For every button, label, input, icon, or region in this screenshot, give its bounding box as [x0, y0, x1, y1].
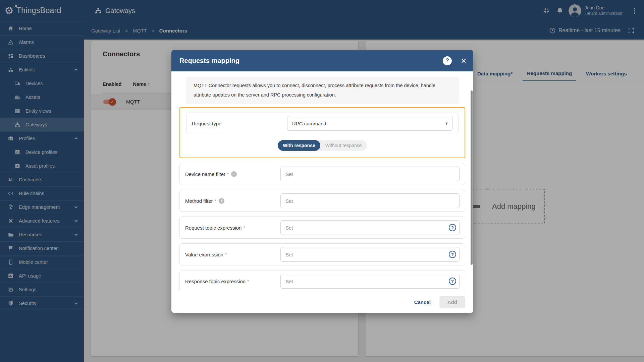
dialog-title: Requests mapping: [179, 57, 443, 65]
dialog-description: MQTT Connector requests allows you to co…: [185, 77, 459, 104]
help-circle-icon[interactable]: ?: [449, 278, 456, 285]
device-name-filter-field: Device name filter* i: [179, 163, 465, 185]
thingsboard-app: ⚙ ThingsBoard Home Alarms Dashboards Ent…: [0, 0, 644, 362]
without-response-option[interactable]: Without response: [320, 140, 367, 151]
field-label: Device name filter* i: [185, 171, 280, 177]
info-icon[interactable]: i: [231, 171, 237, 177]
dialog-body: MQTT Connector requests allows you to co…: [171, 71, 473, 313]
chevron-down-icon: ▼: [445, 121, 448, 125]
request-type-section: Request type RPC command ▼ With response…: [179, 107, 465, 158]
response-topic-expression-field: Response topic expression* ?: [179, 270, 465, 292]
method-filter-field: Method filter* i: [179, 190, 465, 212]
field-label: Request topic expression*: [185, 225, 280, 231]
response-toggle: With response Without response: [186, 140, 459, 151]
request-type-select[interactable]: RPC command ▼: [287, 116, 453, 131]
requests-mapping-dialog: Requests mapping ? ✕ MQTT Connector requ…: [171, 50, 473, 313]
response-topic-expression-input[interactable]: [280, 274, 460, 289]
cancel-button[interactable]: Cancel: [409, 296, 436, 308]
modal-scrollbar[interactable]: [471, 90, 473, 265]
value-expression-input[interactable]: [280, 247, 460, 262]
request-type-field: Request type RPC command ▼: [186, 113, 459, 134]
with-response-option[interactable]: With response: [278, 140, 320, 151]
field-label: Method filter* i: [185, 198, 280, 204]
dialog-header: Requests mapping ? ✕: [171, 50, 473, 71]
request-topic-expression-input[interactable]: [280, 220, 460, 235]
help-icon[interactable]: ?: [443, 56, 452, 65]
method-filter-input[interactable]: [280, 193, 460, 208]
close-icon[interactable]: ✕: [461, 57, 467, 64]
info-icon[interactable]: i: [219, 198, 224, 204]
request-topic-expression-field: Request topic expression* ?: [179, 217, 465, 239]
device-name-filter-input[interactable]: [280, 167, 460, 181]
add-button[interactable]: Add: [439, 296, 465, 308]
field-label: Response topic expression*: [185, 279, 280, 284]
request-type-value: RPC command: [292, 121, 326, 126]
help-circle-icon[interactable]: ?: [449, 251, 456, 258]
request-type-label: Request type: [192, 121, 287, 126]
dialog-footer: Cancel Add: [171, 291, 473, 313]
value-expression-field: Value expression* ?: [179, 243, 465, 265]
field-label: Value expression*: [185, 252, 280, 257]
help-circle-icon[interactable]: ?: [449, 224, 456, 231]
